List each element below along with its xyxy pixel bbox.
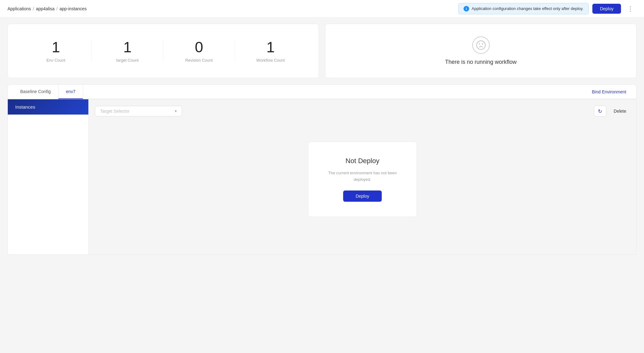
workflow-count-value: 1 xyxy=(266,39,275,56)
target-selector-dropdown[interactable]: Target Selector ▾ xyxy=(95,106,182,116)
breadcrumb-apps[interactable]: Applications xyxy=(7,6,31,11)
sidebar: Instances xyxy=(8,99,89,254)
deploy-button[interactable]: Deploy xyxy=(592,4,621,14)
tab-env7[interactable]: env7 xyxy=(58,84,83,99)
tabs-section: Baseline Config env7 Bind Environment xyxy=(7,84,637,99)
target-selector-placeholder: Target Selector xyxy=(100,109,129,114)
env-count-value: 1 xyxy=(52,39,60,56)
svg-point-0 xyxy=(477,41,485,49)
chevron-down-icon: ▾ xyxy=(175,109,177,113)
stat-env-count: 1 Env Count xyxy=(20,39,91,63)
info-icon: i xyxy=(464,6,469,12)
env-count-label: Env Count xyxy=(46,58,65,63)
svg-point-2 xyxy=(482,44,483,45)
sad-face-icon xyxy=(472,36,490,54)
stat-revision-count: 0 Revision Count xyxy=(163,39,235,63)
right-panel: Target Selector ▾ ↻ Delete Not Deploy Th… xyxy=(89,99,636,254)
breadcrumb-page[interactable]: app-instances xyxy=(59,6,86,11)
not-deploy-deploy-button[interactable]: Deploy xyxy=(343,191,382,202)
stats-card: 1 Env Count 1 target Count 0 Revision Co… xyxy=(7,24,319,78)
info-message: Application configuration changes take e… xyxy=(472,6,583,11)
not-deploy-area: Not Deploy The current environment has n… xyxy=(95,123,630,236)
stat-workflow-count: 1 Workflow Count xyxy=(235,39,306,63)
no-workflow-message: There is no running workflow xyxy=(445,59,516,65)
delete-button[interactable]: Delete xyxy=(610,106,630,116)
target-count-value: 1 xyxy=(123,39,132,56)
top-row: 1 Env Count 1 target Count 0 Revision Co… xyxy=(7,24,637,78)
header: Applications / app4alisa / app-instances… xyxy=(0,0,644,17)
tabs-header: Baseline Config env7 Bind Environment xyxy=(8,85,636,99)
breadcrumb: Applications / app4alisa / app-instances xyxy=(7,6,86,11)
no-workflow-card: There is no running workflow xyxy=(325,24,637,78)
bind-environment-button[interactable]: Bind Environment xyxy=(587,85,631,99)
not-deploy-subtitle: The current environment has not beendepl… xyxy=(328,170,397,183)
main-content: 1 Env Count 1 target Count 0 Revision Co… xyxy=(0,17,644,261)
svg-point-1 xyxy=(479,44,480,45)
tab-baseline-config[interactable]: Baseline Config xyxy=(13,85,58,99)
sidebar-item-instances[interactable]: Instances xyxy=(8,99,88,115)
not-deploy-title: Not Deploy xyxy=(346,157,380,165)
refresh-button[interactable]: ↻ xyxy=(594,106,606,117)
revision-count-value: 0 xyxy=(195,39,203,56)
workflow-count-label: Workflow Count xyxy=(256,58,285,63)
header-right: i Application configuration changes take… xyxy=(458,3,637,14)
info-banner: i Application configuration changes take… xyxy=(458,3,589,14)
toolbar: Target Selector ▾ ↻ Delete xyxy=(95,106,630,117)
not-deploy-card: Not Deploy The current environment has n… xyxy=(308,142,417,217)
breadcrumb-project[interactable]: app4alisa xyxy=(36,6,54,11)
target-count-label: target Count xyxy=(116,58,139,63)
more-options-button[interactable]: ⋮ xyxy=(625,4,637,14)
content-area: Instances Target Selector ▾ ↻ Delete Not… xyxy=(7,99,637,255)
breadcrumb-sep2: / xyxy=(56,6,58,11)
revision-count-label: Revision Count xyxy=(185,58,212,63)
breadcrumb-sep1: / xyxy=(33,6,34,11)
stat-target-count: 1 target Count xyxy=(91,39,163,63)
